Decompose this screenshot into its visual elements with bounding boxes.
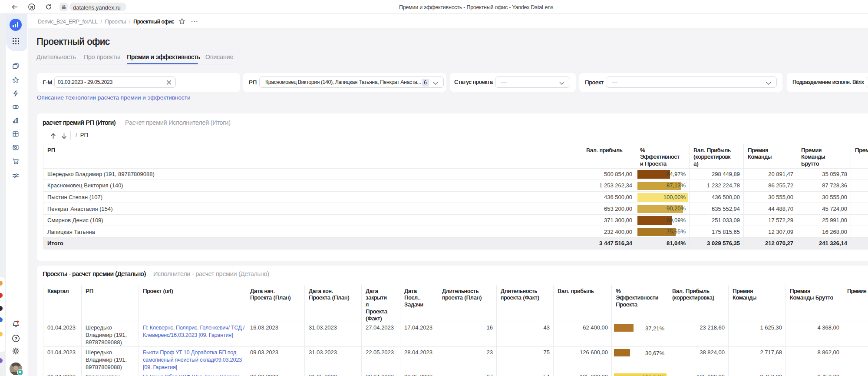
svg-text:Я: Я	[30, 4, 33, 9]
svg-text:?: ?	[14, 336, 17, 341]
